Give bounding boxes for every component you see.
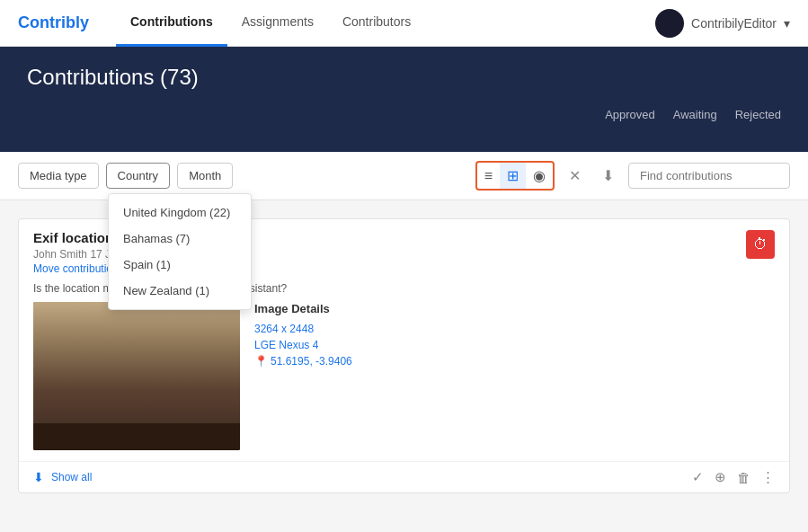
toolbar: Media type Country Month ≡ ⊞ ◉ ✕ ⬇ Unite…	[0, 152, 808, 200]
dropdown-item-newzealand[interactable]: New Zealand (1)	[109, 278, 251, 304]
dropdown-item-bahamas[interactable]: Bahamas (7)	[109, 226, 251, 252]
list-icon: ≡	[484, 168, 493, 184]
card-author: John Smith	[33, 248, 87, 261]
dropdown-item-uk[interactable]: United Kingdom (22)	[109, 200, 251, 226]
building-image	[33, 302, 240, 450]
nav-item-contributions[interactable]: Contributions	[116, 0, 227, 47]
dropdown-item-spain[interactable]: Spain (1)	[109, 252, 251, 278]
more-options-icon[interactable]: ⋮	[761, 469, 775, 485]
card-image	[33, 302, 240, 450]
timer-button[interactable]: ⏱	[746, 230, 775, 259]
tab-awaiting[interactable]: Awaiting	[673, 108, 717, 125]
brand-logo[interactable]: Contribly	[18, 13, 89, 32]
show-all-link[interactable]: Show all	[51, 471, 92, 483]
avatar	[655, 9, 684, 38]
card-footer: ⬇ Show all ✓ ⊕ 🗑 ⋮	[19, 461, 789, 492]
nav-links: Contributions Assignments Contributors	[116, 0, 655, 47]
filter-country[interactable]: Country	[106, 163, 171, 189]
grid-icon: ⊞	[507, 167, 519, 184]
nav-item-contributors[interactable]: Contributors	[328, 0, 425, 47]
username: ContribilyEditor	[691, 16, 777, 31]
download-icon: ⬇	[602, 167, 614, 184]
footer-right: ✓ ⊕ 🗑 ⋮	[692, 469, 775, 485]
chevron-down-icon: ▾	[784, 16, 790, 31]
filter-month[interactable]: Month	[177, 163, 233, 189]
circle-action-icon[interactable]: ⊕	[715, 469, 726, 485]
grid-view-button[interactable]: ⊞	[500, 163, 526, 189]
tab-approved[interactable]: Approved	[605, 108, 655, 125]
card-details: Image Details 3264 x 2448 LGE Nexus 4 📍 …	[254, 302, 775, 450]
footer-download-icon[interactable]: ⬇	[33, 470, 44, 484]
search-input[interactable]	[628, 163, 790, 189]
user-menu[interactable]: ContribilyEditor ▾	[655, 9, 790, 38]
clear-button[interactable]: ✕	[562, 162, 588, 190]
card-body: Image Details 3264 x 2448 LGE Nexus 4 📍 …	[19, 302, 789, 461]
pin-icon: 📍	[254, 355, 268, 368]
timer-icon: ⏱	[753, 236, 768, 253]
delete-icon[interactable]: 🗑	[737, 470, 750, 485]
clear-icon: ✕	[569, 167, 581, 184]
move-contribution-link[interactable]: Move contribution	[33, 262, 119, 275]
view-toggle-group: ≡ ⊞ ◉	[475, 161, 555, 191]
download-button[interactable]: ⬇	[595, 162, 621, 190]
image-resolution: 3264 x 2448	[254, 323, 775, 335]
country-dropdown: United Kingdom (22) Bahamas (7) Spain (1…	[108, 193, 252, 310]
navbar: Contribly Contributions Assignments Cont…	[0, 0, 808, 47]
list-view-button[interactable]: ≡	[477, 164, 500, 189]
approve-icon[interactable]: ✓	[692, 469, 704, 485]
header-tabs: Approved Awaiting Rejected	[27, 108, 781, 125]
image-coordinates: 51.6195, -3.9406	[271, 355, 352, 368]
image-location: 📍 51.6195, -3.9406	[254, 355, 775, 368]
header-banner: Contributions (73) Approved Awaiting Rej…	[0, 47, 808, 152]
tab-rejected[interactable]: Rejected	[735, 108, 781, 125]
image-device: LGE Nexus 4	[254, 339, 775, 351]
image-details-title: Image Details	[254, 302, 775, 315]
page-title: Contributions (73)	[27, 65, 781, 90]
filter-media-type[interactable]: Media type	[18, 163, 99, 189]
circle-view-button[interactable]: ◉	[526, 163, 553, 189]
circle-icon: ◉	[533, 167, 546, 184]
footer-left: ⬇ Show all	[33, 470, 92, 484]
nav-item-assignments[interactable]: Assignments	[227, 0, 328, 47]
